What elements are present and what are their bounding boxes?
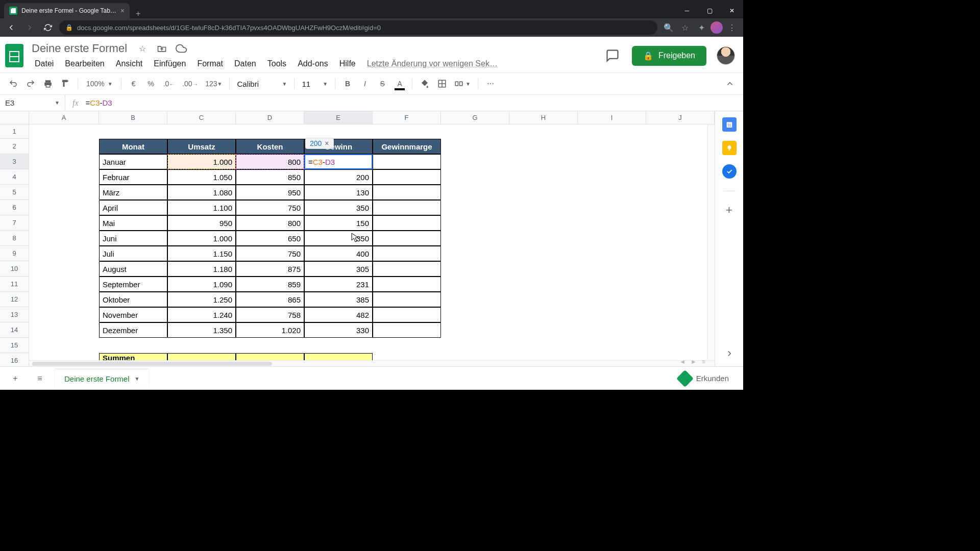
add-sheet-button[interactable]: + bbox=[6, 369, 24, 388]
cell-monat-10[interactable]: August bbox=[99, 261, 167, 277]
bold-button[interactable]: B bbox=[339, 76, 356, 91]
cell-monat-9[interactable]: Juli bbox=[99, 246, 167, 261]
row-header-13[interactable]: 13 bbox=[0, 307, 29, 322]
document-title[interactable]: Deine erste Formel bbox=[30, 41, 129, 56]
cell-kosten-7[interactable]: 800 bbox=[236, 215, 304, 231]
menu-help[interactable]: Hilfe bbox=[334, 57, 361, 70]
row-header-7[interactable]: 7 bbox=[0, 215, 29, 231]
row-header-16[interactable]: 16 bbox=[0, 353, 29, 366]
col-header-G[interactable]: G bbox=[441, 111, 509, 124]
col-header-I[interactable]: I bbox=[578, 111, 646, 124]
row-header-14[interactable]: 14 bbox=[0, 322, 29, 338]
share-button[interactable]: 🔒 Freigeben bbox=[632, 46, 706, 66]
cell-marge-13[interactable] bbox=[373, 307, 441, 322]
cell-kosten-10[interactable]: 875 bbox=[236, 261, 304, 277]
col-header-D[interactable]: D bbox=[236, 111, 304, 124]
star-icon[interactable]: ☆ bbox=[678, 20, 692, 35]
cell-umsatz-10[interactable]: 1.180 bbox=[167, 261, 236, 277]
cell-kosten-5[interactable]: 950 bbox=[236, 185, 304, 200]
cell-marge-4[interactable] bbox=[373, 169, 441, 185]
extensions-icon[interactable]: ✦ bbox=[694, 20, 708, 35]
cell-gewinn-5[interactable]: 130 bbox=[304, 185, 373, 200]
print-button[interactable] bbox=[40, 76, 56, 91]
forward-button[interactable] bbox=[22, 20, 37, 35]
cell-gewinn-11[interactable]: 231 bbox=[304, 277, 373, 292]
name-box[interactable]: E3▼ bbox=[0, 95, 65, 111]
cell-monat-8[interactable]: Juni bbox=[99, 231, 167, 246]
col-header-A[interactable]: A bbox=[29, 111, 99, 124]
vertical-scrollbar[interactable] bbox=[707, 124, 715, 360]
account-avatar[interactable] bbox=[717, 46, 735, 65]
cell-marge-8[interactable] bbox=[373, 231, 441, 246]
profile-avatar-small[interactable] bbox=[710, 21, 723, 34]
zoom-icon[interactable]: 🔍 bbox=[662, 20, 676, 35]
cell-umsatz-5[interactable]: 1.080 bbox=[167, 185, 236, 200]
cell-umsatz-14[interactable]: 1.350 bbox=[167, 322, 236, 338]
formula-result-hint[interactable]: 200× bbox=[305, 138, 334, 149]
cell-monat-5[interactable]: März bbox=[99, 185, 167, 200]
cell-gewinn-12[interactable]: 385 bbox=[304, 292, 373, 307]
cell-gewinn-13[interactable]: 482 bbox=[304, 307, 373, 322]
cell-monat-11[interactable]: September bbox=[99, 277, 167, 292]
borders-button[interactable] bbox=[434, 76, 450, 91]
menu-edit[interactable]: Bearbeiten bbox=[60, 57, 109, 70]
cell-marge-14[interactable] bbox=[373, 322, 441, 338]
row-header-6[interactable]: 6 bbox=[0, 200, 29, 215]
cell-umsatz-12[interactable]: 1.250 bbox=[167, 292, 236, 307]
cell-kosten-13[interactable]: 758 bbox=[236, 307, 304, 322]
cell-monat-13[interactable]: November bbox=[99, 307, 167, 322]
row-header-4[interactable]: 4 bbox=[0, 169, 29, 185]
cell-gewinn-7[interactable]: 150 bbox=[304, 215, 373, 231]
font-size-select[interactable]: 11▼ bbox=[299, 80, 331, 88]
cloud-status-icon[interactable] bbox=[175, 42, 187, 55]
merge-cells-button[interactable]: ▼ bbox=[451, 76, 474, 91]
cell-kosten-14[interactable]: 1.020 bbox=[236, 322, 304, 338]
star-document-icon[interactable]: ☆ bbox=[136, 42, 149, 55]
all-sheets-button[interactable]: ≡ bbox=[31, 369, 49, 388]
cell-marge-6[interactable] bbox=[373, 200, 441, 215]
row-header-3[interactable]: 3 bbox=[0, 154, 29, 169]
back-button[interactable] bbox=[4, 20, 18, 35]
menu-tools[interactable]: Tools bbox=[262, 57, 291, 70]
cell-monat-6[interactable]: April bbox=[99, 200, 167, 215]
last-edit-text[interactable]: Letzte Änderung vor wenigen Sek… bbox=[362, 57, 503, 70]
cell-monat-12[interactable]: Oktober bbox=[99, 292, 167, 307]
redo-button[interactable] bbox=[22, 76, 39, 91]
minimize-button[interactable]: ─ bbox=[676, 3, 698, 18]
expand-side-panel-button[interactable] bbox=[725, 349, 734, 358]
cell-umsatz-8[interactable]: 1.000 bbox=[167, 231, 236, 246]
horizontal-scrollbar[interactable] bbox=[29, 360, 715, 366]
cell-gewinn-edit[interactable]: =C3-D3 bbox=[304, 154, 373, 169]
col-header-C[interactable]: C bbox=[167, 111, 236, 124]
keep-addon-icon[interactable] bbox=[722, 141, 737, 155]
cell-marge-5[interactable] bbox=[373, 185, 441, 200]
italic-button[interactable]: I bbox=[357, 76, 373, 91]
strikethrough-button[interactable]: S bbox=[374, 76, 390, 91]
cell-umsatz-11[interactable]: 1.090 bbox=[167, 277, 236, 292]
cell-monat-4[interactable]: Februar bbox=[99, 169, 167, 185]
cell-umsatz-6[interactable]: 1.100 bbox=[167, 200, 236, 215]
close-tab-icon[interactable]: × bbox=[120, 7, 125, 15]
close-window-button[interactable]: ✕ bbox=[721, 3, 743, 18]
row-header-8[interactable]: 8 bbox=[0, 231, 29, 246]
cell-marge-11[interactable] bbox=[373, 277, 441, 292]
row-header-11[interactable]: 11 bbox=[0, 277, 29, 292]
col-header-E[interactable]: E bbox=[304, 111, 373, 124]
currency-button[interactable]: € bbox=[126, 76, 142, 91]
cell-gewinn-6[interactable]: 350 bbox=[304, 200, 373, 215]
cell-marge-7[interactable] bbox=[373, 215, 441, 231]
menu-view[interactable]: Ansicht bbox=[111, 57, 148, 70]
cell-gewinn-8[interactable]: 350 bbox=[304, 231, 373, 246]
browser-tab[interactable]: Deine erste Formel - Google Tab… × bbox=[4, 3, 130, 18]
undo-button[interactable] bbox=[5, 76, 21, 91]
cell-kosten-11[interactable]: 859 bbox=[236, 277, 304, 292]
cell-umsatz-9[interactable]: 1.150 bbox=[167, 246, 236, 261]
sheet-tab[interactable]: Deine erste Formel ▼ bbox=[55, 369, 149, 387]
zoom-select[interactable]: 100%▼ bbox=[82, 80, 117, 88]
header-cell-kosten[interactable]: Kosten bbox=[236, 139, 304, 154]
cell-gewinn-10[interactable]: 305 bbox=[304, 261, 373, 277]
cell-marge-9[interactable] bbox=[373, 246, 441, 261]
cell-gewinn-9[interactable]: 400 bbox=[304, 246, 373, 261]
increase-decimals-button[interactable]: .00→ bbox=[179, 76, 201, 91]
url-input[interactable]: 🔒 docs.google.com/spreadsheets/d/1GE-twl… bbox=[59, 20, 657, 35]
